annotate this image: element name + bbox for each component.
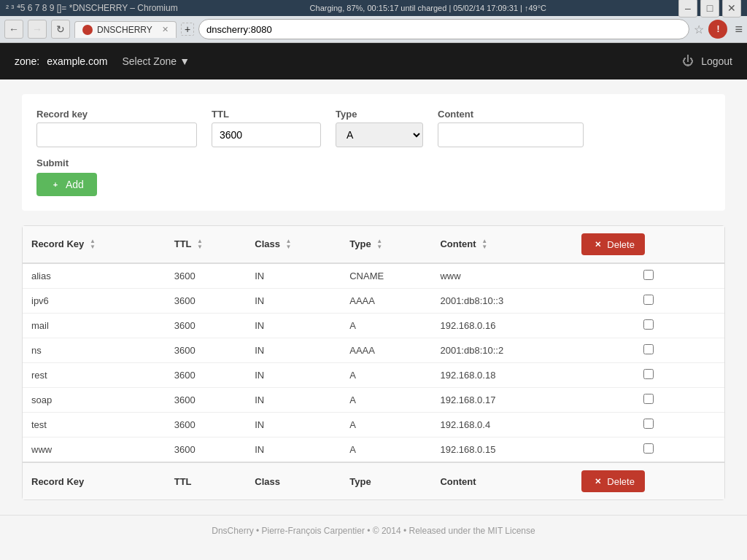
close-button[interactable]: ✕: [722, 0, 741, 18]
th-content[interactable]: Content ▲▼: [431, 226, 573, 263]
content-group: Content: [438, 109, 584, 147]
browser-toolbar: ← → ↻ DNSCHERRY ✕ + ☆ ! ≡: [0, 16, 747, 43]
form-row: Record key TTL Type A AAAA CNAME MX TXT …: [36, 109, 711, 147]
cell-content: 192.168.0.15: [431, 438, 573, 463]
ttl-input[interactable]: [212, 122, 321, 147]
bookmark-icon[interactable]: ☆: [694, 23, 704, 36]
records-table: Record Key ▲▼ TTL ▲▼ Class ▲▼ Type ▲▼: [23, 226, 724, 499]
row-select-checkbox[interactable]: [643, 270, 654, 280]
table-footer-row: Record Key TTL Class Type Content ✕ Dele…: [23, 462, 724, 499]
row-select-checkbox[interactable]: [643, 344, 654, 354]
row-select-checkbox[interactable]: [643, 443, 654, 454]
select-zone-label: Select Zone: [122, 55, 177, 67]
cell-ttl: 3600: [166, 289, 247, 314]
cell-record-key: rest: [23, 363, 166, 388]
th-record-key[interactable]: Record Key ▲▼: [23, 226, 166, 263]
cell-class: IN: [246, 263, 341, 289]
footer-text: DnsCherry • Pierre-François Carpentier •…: [212, 526, 535, 536]
logout-button[interactable]: Logout: [701, 55, 732, 67]
delete-button-top[interactable]: ✕ Delete: [581, 233, 645, 255]
tab-favicon: [82, 25, 93, 35]
dropdown-arrow-icon: ▼: [179, 55, 190, 67]
cell-checkbox: [573, 338, 724, 363]
content-label: Content: [438, 109, 584, 120]
cell-checkbox: [573, 363, 724, 388]
browser-titlebar: ² ³ ⁴5 6 7 8 9 []= *DNSCHERRY – Chromium…: [0, 0, 747, 16]
cell-record-key: ns: [23, 338, 166, 363]
zone-info: zone: example.com: [15, 55, 107, 67]
maximize-button[interactable]: □: [700, 0, 719, 18]
titlebar-status: Charging, 87%, 00:15:17 until charged | …: [178, 4, 678, 12]
cell-class: IN: [246, 363, 341, 388]
app-icon: !: [708, 20, 727, 39]
logout-label: Logout: [701, 55, 732, 67]
tab-label: DNSCHERRY: [97, 25, 152, 35]
cell-content: 192.168.0.18: [431, 363, 573, 388]
type-label: Type: [336, 109, 423, 120]
cell-class: IN: [246, 314, 341, 338]
cell-record-key: ipv6: [23, 289, 166, 314]
cell-record-key: test: [23, 413, 166, 438]
cell-checkbox: [573, 413, 724, 438]
cell-checkbox: [573, 263, 724, 289]
row-select-checkbox[interactable]: [643, 295, 654, 305]
browser-tab[interactable]: DNSCHERRY ✕: [74, 21, 177, 38]
th-ttl[interactable]: TTL ▲▼: [166, 226, 247, 263]
cell-content: www: [431, 263, 573, 289]
cell-ttl: 3600: [166, 263, 247, 289]
type-select[interactable]: A AAAA CNAME MX TXT NS SOA PTR: [336, 122, 423, 147]
cell-ttl: 3600: [166, 314, 247, 338]
row-select-checkbox[interactable]: [643, 394, 654, 404]
new-tab-button[interactable]: +: [181, 23, 194, 36]
ttl-group: TTL: [212, 109, 321, 147]
ttl-label: TTL: [212, 109, 321, 120]
records-table-section: Record Key ▲▼ TTL ▲▼ Class ▲▼ Type ▲▼: [22, 225, 725, 500]
plus-icon: +: [50, 179, 61, 190]
zone-name: example.com: [47, 55, 107, 67]
table-row: ns 3600 IN AAAA 2001:db8:10::2: [23, 338, 724, 363]
tab-close-icon[interactable]: ✕: [162, 25, 169, 34]
tf-ttl: TTL: [166, 462, 247, 499]
record-key-label: Record key: [36, 109, 197, 120]
th-class[interactable]: Class ▲▼: [246, 226, 341, 263]
zone-label: zone:: [15, 55, 39, 67]
cell-record-key: soap: [23, 388, 166, 413]
th-type[interactable]: Type ▲▼: [341, 226, 431, 263]
delete-button-bottom[interactable]: ✕ Delete: [581, 470, 645, 492]
url-bar[interactable]: [198, 19, 689, 39]
record-key-input[interactable]: [36, 122, 197, 147]
titlebar-text: ² ³ ⁴5 6 7 8 9 []= *DNSCHERRY – Chromium: [6, 3, 178, 13]
row-select-checkbox[interactable]: [643, 319, 654, 330]
cell-content: 192.168.0.17: [431, 388, 573, 413]
main-content: Record key TTL Type A AAAA CNAME MX TXT …: [0, 79, 747, 515]
table-row: rest 3600 IN A 192.168.0.18: [23, 363, 724, 388]
cell-type: A: [341, 314, 431, 338]
cell-content: 192.168.0.4: [431, 413, 573, 438]
tf-delete: ✕ Delete: [573, 462, 724, 499]
sort-arrows-ttl: ▲▼: [197, 238, 203, 250]
tf-type: Type: [341, 462, 431, 499]
forward-button[interactable]: →: [28, 20, 47, 39]
reload-button[interactable]: ↻: [51, 20, 70, 39]
add-button[interactable]: + Add: [36, 173, 97, 196]
cell-checkbox: [573, 314, 724, 338]
navbar: zone: example.com Select Zone ▼ ⏻ Logout: [0, 43, 747, 79]
cell-checkbox: [573, 388, 724, 413]
content-input[interactable]: [438, 122, 584, 147]
table-row: mail 3600 IN A 192.168.0.16: [23, 314, 724, 338]
row-select-checkbox[interactable]: [643, 369, 654, 379]
menu-icon[interactable]: ≡: [735, 22, 743, 37]
cell-type: A: [341, 388, 431, 413]
minimize-button[interactable]: –: [678, 0, 697, 18]
tf-content: Content: [431, 462, 573, 499]
cell-ttl: 3600: [166, 438, 247, 463]
delete-label-bottom: Delete: [607, 476, 635, 487]
select-zone-button[interactable]: Select Zone ▼: [122, 55, 190, 67]
row-select-checkbox[interactable]: [643, 419, 654, 429]
sort-arrows-record-key: ▲▼: [90, 238, 96, 250]
sort-arrows-type: ▲▼: [376, 238, 382, 250]
power-icon[interactable]: ⏻: [682, 55, 694, 68]
cell-type: AAAA: [341, 289, 431, 314]
back-button[interactable]: ←: [4, 20, 23, 39]
delete-label-top: Delete: [607, 239, 635, 250]
